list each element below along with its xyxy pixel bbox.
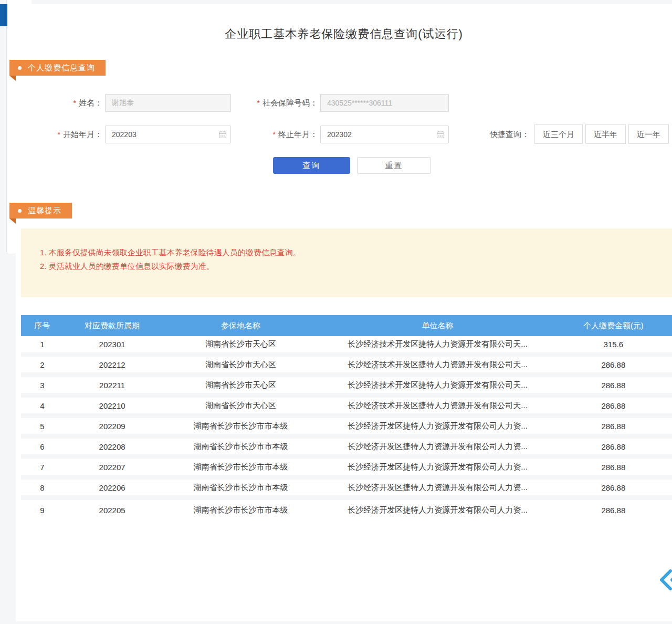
table-row: 6202208湖南省长沙市长沙市市本级长沙经济开发区捷特人力资源开发有限公司人力…: [21, 439, 672, 459]
quick-btn-last-year[interactable]: 近一年: [628, 124, 669, 144]
table-cell: 286.88: [555, 381, 672, 390]
table-cell: 湖南省长沙市长沙市市本级: [161, 483, 321, 493]
tips-notice-box: 1. 本服务仅提供尚未领取企业职工基本养老保险待遇人员的缴费信息查询。 2. 灵…: [21, 228, 672, 297]
table-cell: 湖南省长沙市长沙市市本级: [161, 505, 321, 515]
table-cell: 湖南省长沙市长沙市市本级: [161, 442, 321, 452]
required-mark: *: [257, 99, 260, 107]
header-insured-place: 参保地名称: [161, 321, 321, 331]
section-tag-label: 温馨提示: [28, 203, 61, 219]
table-cell: 286.88: [555, 401, 672, 410]
section-tag-tips: 温馨提示: [9, 203, 72, 219]
table-cell: 长沙经济开发区捷特人力资源开发有限公司人力资...: [320, 505, 554, 515]
table-row: 2202212湖南省长沙市天心区长沙经济技术开发区捷特人力资源开发有限公司天..…: [21, 357, 672, 377]
ssn-field[interactable]: [320, 94, 449, 112]
table-cell: 长沙经济开发区捷特人力资源开发有限公司人力资...: [320, 483, 554, 493]
side-tab[interactable]: [0, 4, 7, 26]
ribbon-fold: [9, 219, 16, 224]
table-row: 9202205湖南省长沙市长沙市市本级长沙经济开发区捷特人力资源开发有限公司人力…: [21, 500, 672, 521]
table-cell: 202212: [64, 360, 161, 369]
table-cell: 湖南省长沙市天心区: [161, 339, 321, 349]
table-cell: 1: [21, 340, 64, 349]
pension-query-page: { "page": { "title": "企业职工基本养老保险缴费信息查询(试…: [0, 0, 672, 624]
table-cell: 长沙经济技术开发区捷特人力资源开发有限公司天...: [320, 380, 554, 390]
table-cell: 202206: [64, 483, 161, 492]
table-cell: 湖南省长沙市天心区: [161, 401, 321, 411]
table-body: 1202301湖南省长沙市天心区长沙经济技术开发区捷特人力资源开发有限公司天..…: [21, 336, 672, 521]
name-label: *姓名：: [42, 94, 102, 112]
table-cell: 3: [21, 381, 64, 390]
table-cell: 湖南省长沙市长沙市市本级: [161, 421, 321, 431]
table-cell: 286.88: [555, 463, 672, 472]
payment-results-table: 序号 对应费款所属期 参保地名称 单位名称 个人缴费金额(元) 1202301湖…: [21, 315, 672, 521]
table-row: 1202301湖南省长沙市天心区长沙经济技术开发区捷特人力资源开发有限公司天..…: [21, 336, 672, 357]
table-cell: 315.6: [555, 340, 672, 349]
end-month-field[interactable]: [320, 126, 449, 143]
table-cell: 湖南省长沙市长沙市市本级: [161, 462, 321, 472]
section-tag-label: 个人缴费信息查询: [28, 60, 95, 76]
table-cell: 202210: [64, 401, 161, 410]
table-cell: 6: [21, 442, 64, 451]
table-cell: 湖南省长沙市天心区: [161, 380, 321, 390]
table-row: 4202210湖南省长沙市天心区长沙经济技术开发区捷特人力资源开发有限公司天..…: [21, 398, 672, 418]
tips-line: 1. 本服务仅提供尚未领取企业职工基本养老保险待遇人员的缴费信息查询。: [40, 246, 301, 259]
query-button[interactable]: 查询: [273, 157, 350, 174]
table-cell: 286.88: [555, 360, 672, 369]
section-tag-personal-payment-query: 个人缴费信息查询: [9, 60, 106, 76]
main-panel: 企业职工基本养老保险缴费信息查询(试运行) 个人缴费信息查询 *姓名： *社会保…: [16, 4, 672, 621]
quick-query-group: 近三个月 近半年 近一年: [534, 124, 669, 144]
required-mark: *: [74, 99, 76, 107]
required-mark: *: [58, 130, 60, 139]
table-cell: 202207: [64, 463, 161, 472]
header-personal-amount: 个人缴费金额(元): [555, 321, 672, 331]
header-unit-name: 单位名称: [320, 321, 554, 331]
table-cell: 4: [21, 401, 64, 410]
table-header-row: 序号 对应费款所属期 参保地名称 单位名称 个人缴费金额(元): [21, 315, 672, 336]
end-month-label: *终止年月：: [236, 126, 318, 143]
table-cell: 202209: [64, 422, 161, 431]
table-row: 5202209湖南省长沙市长沙市市本级长沙经济开发区捷特人力资源开发有限公司人力…: [21, 418, 672, 439]
quick-btn-last-half-year[interactable]: 近半年: [585, 124, 626, 144]
table-cell: 长沙经济开发区捷特人力资源开发有限公司人力资...: [320, 462, 554, 472]
quick-btn-last-3-months[interactable]: 近三个月: [534, 124, 583, 144]
table-cell: 2: [21, 360, 64, 369]
header-fee-period: 对应费款所属期: [64, 321, 161, 331]
table-cell: 5: [21, 422, 64, 431]
table-cell: 长沙经济开发区捷特人力资源开发有限公司人力资...: [320, 421, 554, 431]
bullet-dot-icon: [18, 209, 22, 213]
table-cell: 长沙经济技术开发区捷特人力资源开发有限公司天...: [320, 401, 554, 411]
double-chevron-left-icon: [657, 569, 672, 591]
table-cell: 长沙经济技术开发区捷特人力资源开发有限公司天...: [320, 360, 554, 370]
collapse-panel-control[interactable]: [657, 569, 672, 591]
table-cell: 长沙经济技术开发区捷特人力资源开发有限公司天...: [320, 339, 554, 349]
tips-line: 2. 灵活就业人员的缴费单位信息以实际缴费为准。: [40, 259, 301, 273]
table-cell: 长沙经济开发区捷特人力资源开发有限公司人力资...: [320, 442, 554, 452]
table-cell: 286.88: [555, 506, 672, 515]
tips-notice-text: 1. 本服务仅提供尚未领取企业职工基本养老保险待遇人员的缴费信息查询。 2. 灵…: [40, 246, 301, 273]
table-cell: 202211: [64, 381, 161, 390]
table-cell: 湖南省长沙市天心区: [161, 360, 321, 370]
ssn-label: *社会保障号码：: [236, 94, 318, 112]
ribbon-fold: [9, 76, 16, 81]
bullet-dot-icon: [18, 66, 22, 70]
table-cell: 286.88: [555, 422, 672, 431]
table-row: 3202211湖南省长沙市天心区长沙经济技术开发区捷特人力资源开发有限公司天..…: [21, 377, 672, 398]
reset-button[interactable]: 重置: [357, 157, 431, 174]
table-cell: 8: [21, 483, 64, 492]
table-row: 7202207湖南省长沙市长沙市市本级长沙经济开发区捷特人力资源开发有限公司人力…: [21, 459, 672, 480]
header-seq-no: 序号: [21, 321, 64, 331]
page-title: 企业职工基本养老保险缴费信息查询(试运行): [16, 26, 672, 42]
table-cell: 9: [21, 506, 64, 515]
required-mark: *: [273, 130, 276, 139]
start-month-label: *开始年月：: [42, 126, 102, 143]
table-cell: 286.88: [555, 483, 672, 492]
table-cell: 202301: [64, 340, 161, 349]
name-field[interactable]: [105, 94, 231, 112]
table-cell: 202205: [64, 506, 161, 515]
table-cell: 286.88: [555, 442, 672, 451]
table-row: 8202206湖南省长沙市长沙市市本级长沙经济开发区捷特人力资源开发有限公司人力…: [21, 480, 672, 500]
table-cell: 7: [21, 463, 64, 472]
table-cell: 202208: [64, 442, 161, 451]
quick-query-label: 快捷查询：: [490, 126, 529, 143]
start-month-field[interactable]: [105, 126, 231, 143]
